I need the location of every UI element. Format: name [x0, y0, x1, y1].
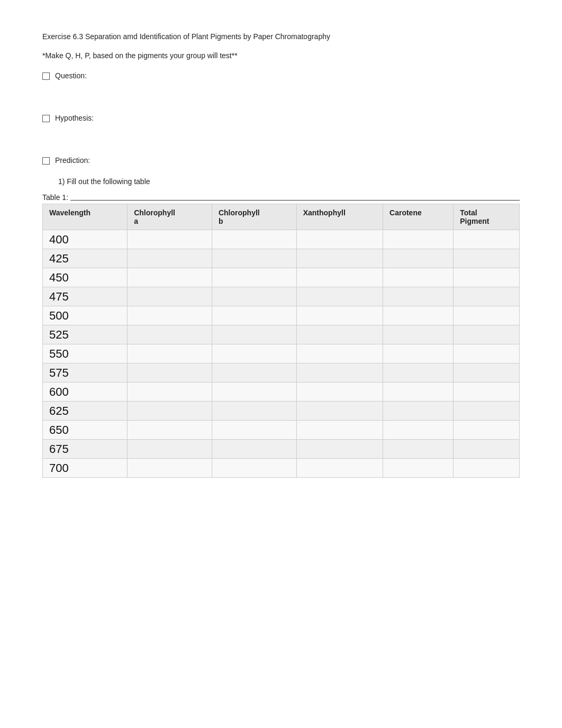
table-row: 500 [43, 306, 520, 325]
data-cell [296, 440, 383, 459]
data-cell [383, 363, 454, 383]
data-cell [296, 421, 383, 440]
data-table: Wavelength Chlorophylla Chlorophyllb Xan… [42, 204, 520, 478]
table-row: 575 [43, 363, 520, 383]
data-cell [128, 344, 212, 363]
col-header-chlorophyll-a: Chlorophylla [128, 204, 212, 230]
data-cell [296, 459, 383, 478]
wavelength-cell: 625 [43, 402, 128, 421]
col-header-chlorophyll-b: Chlorophyllb [212, 204, 296, 230]
data-cell [128, 402, 212, 421]
data-cell [296, 249, 383, 268]
data-cell [454, 325, 520, 344]
data-cell [296, 402, 383, 421]
data-cell [383, 440, 454, 459]
fill-instruction: 1) Fill out the following table [58, 177, 520, 186]
data-cell [212, 421, 296, 440]
data-cell [383, 325, 454, 344]
prediction-section: Prediction: 1) Fill out the following ta… [42, 156, 520, 186]
data-cell [296, 325, 383, 344]
table-row: 600 [43, 383, 520, 402]
wavelength-cell: 600 [43, 383, 128, 402]
data-cell [383, 249, 454, 268]
data-cell [128, 306, 212, 325]
table-label-row: Table 1: [42, 193, 520, 202]
table-row: 550 [43, 344, 520, 363]
data-cell [128, 268, 212, 287]
data-cell [383, 459, 454, 478]
col-header-xanthophyll: Xanthophyll [296, 204, 383, 230]
data-cell [212, 363, 296, 383]
data-cell [212, 268, 296, 287]
data-cell [296, 230, 383, 249]
data-cell [296, 344, 383, 363]
data-cell [212, 287, 296, 306]
data-cell [383, 306, 454, 325]
wavelength-cell: 700 [43, 459, 128, 478]
table-underline [70, 200, 520, 201]
wavelength-cell: 500 [43, 306, 128, 325]
data-cell [454, 287, 520, 306]
wavelength-cell: 675 [43, 440, 128, 459]
col-header-wavelength: Wavelength [43, 204, 128, 230]
data-cell [454, 363, 520, 383]
wavelength-cell: 575 [43, 363, 128, 383]
data-cell [383, 344, 454, 363]
hypothesis-label: Hypothesis: [55, 114, 94, 122]
data-cell [128, 440, 212, 459]
hypothesis-section: Hypothesis: [42, 114, 520, 122]
wavelength-cell: 450 [43, 268, 128, 287]
col-header-total-pigment: TotalPigment [454, 204, 520, 230]
data-cell [296, 363, 383, 383]
data-cell [128, 249, 212, 268]
data-cell [383, 230, 454, 249]
data-cell [296, 306, 383, 325]
wavelength-cell: 475 [43, 287, 128, 306]
prediction-label: Prediction: [55, 156, 90, 165]
data-cell [454, 306, 520, 325]
table-row: 475 [43, 287, 520, 306]
data-cell [383, 287, 454, 306]
table-row: 675 [43, 440, 520, 459]
data-cell [454, 344, 520, 363]
wavelength-cell: 550 [43, 344, 128, 363]
data-cell [296, 383, 383, 402]
data-cell [296, 268, 383, 287]
prediction-bullet [42, 157, 50, 165]
data-cell [212, 402, 296, 421]
page-title: Exercise 6.3 Separation amd Identificati… [42, 32, 520, 42]
data-cell [454, 440, 520, 459]
table-label-text: Table 1: [42, 193, 68, 202]
data-cell [212, 249, 296, 268]
data-cell [128, 287, 212, 306]
table-row: 525 [43, 325, 520, 344]
data-cell [128, 383, 212, 402]
data-cell [212, 459, 296, 478]
subtitle: *Make Q, H, P, based on the pigments you… [42, 51, 520, 61]
question-bullet [42, 72, 50, 80]
data-cell [296, 287, 383, 306]
table-header-row: Wavelength Chlorophylla Chlorophyllb Xan… [43, 204, 520, 230]
data-cell [212, 325, 296, 344]
data-cell [212, 306, 296, 325]
data-cell [128, 325, 212, 344]
data-cell [212, 440, 296, 459]
wavelength-cell: 400 [43, 230, 128, 249]
table-row: 450 [43, 268, 520, 287]
data-cell [383, 402, 454, 421]
wavelength-cell: 525 [43, 325, 128, 344]
table-row: 425 [43, 249, 520, 268]
table-row: 700 [43, 459, 520, 478]
hypothesis-bullet [42, 115, 50, 122]
table-row: 625 [43, 402, 520, 421]
col-header-carotene: Carotene [383, 204, 454, 230]
data-cell [454, 268, 520, 287]
table-row: 650 [43, 421, 520, 440]
data-cell [212, 383, 296, 402]
data-cell [128, 459, 212, 478]
data-cell [454, 383, 520, 402]
data-cell [454, 230, 520, 249]
data-cell [454, 249, 520, 268]
question-label: Question: [55, 71, 87, 80]
data-cell [212, 344, 296, 363]
